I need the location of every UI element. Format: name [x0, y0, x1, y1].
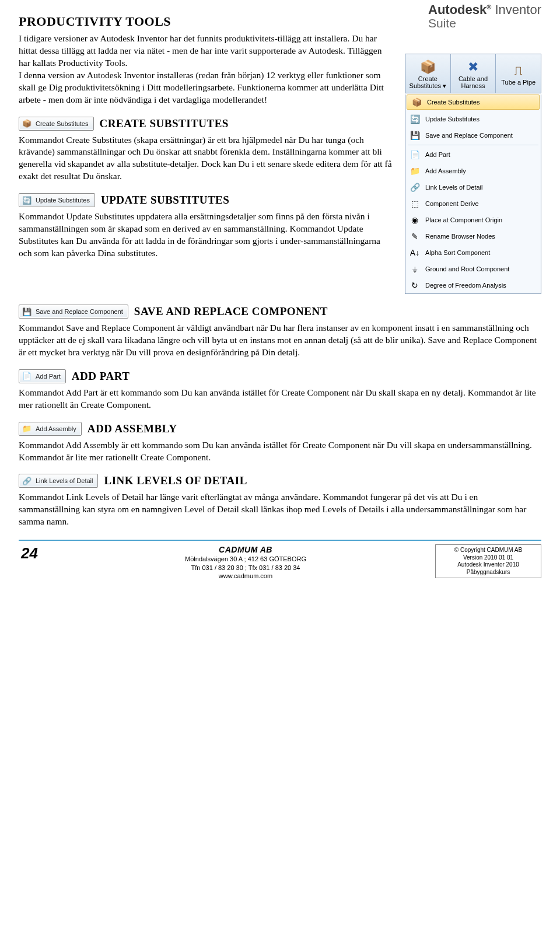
- box-icon: 📦: [22, 119, 32, 128]
- ribbon-create-substitutes[interactable]: 📦 Create Substitutes ▾: [405, 54, 451, 93]
- link-icon: 🔗: [22, 476, 32, 485]
- intro-paragraph: I tidigare versioner av Autodesk Invento…: [19, 33, 393, 106]
- add-part-heading: ADD PART: [72, 370, 130, 383]
- create-substitutes-heading: CREATE SUBSTITUTES: [100, 117, 229, 130]
- menu-add-assembly[interactable]: 📁Add Assembly: [405, 163, 541, 179]
- add-assembly-body: Kommandot Add Assembly är ett kommando s…: [19, 439, 541, 464]
- assembly-icon: 📁: [409, 166, 421, 176]
- add-assembly-heading: ADD ASSEMBLY: [88, 422, 177, 435]
- menu-create-substitutes[interactable]: 📦Create Substitutes: [407, 95, 540, 110]
- menu-update-substitutes[interactable]: 🔄Update Substitutes: [405, 111, 541, 127]
- ground-icon: ⏚: [409, 264, 421, 274]
- menu-rename-nodes[interactable]: ✎Rename Browser Nodes: [405, 228, 541, 244]
- ribbon-cable-harness[interactable]: ✖ Cable and Harness: [451, 54, 496, 93]
- menu-ground-root[interactable]: ⏚Ground and Root Component: [405, 261, 541, 277]
- box-icon: 📦: [420, 60, 436, 74]
- page-footer: 24 CADMUM AB Mölndalsvägen 30 A ; 412 63…: [19, 540, 541, 580]
- link-lod-body: Kommandot Link Levels of Detail har läng…: [19, 491, 541, 528]
- pipe-icon: ⎍: [514, 64, 522, 78]
- cable-icon: ✖: [468, 60, 478, 74]
- menu-place-origin[interactable]: ◉Place at Component Origin: [405, 212, 541, 228]
- update-substitutes-heading: UPDATE SUBSTITUTES: [101, 194, 229, 207]
- dropdown-panel: 📦Create Substitutes 🔄Update Substitutes …: [405, 95, 541, 294]
- update-substitutes-button[interactable]: 🔄 Update Substitutes: [19, 193, 95, 207]
- refresh-icon: 🔄: [22, 195, 32, 205]
- brand-inventor: Inventor: [495, 2, 542, 17]
- part-icon: 📄: [409, 150, 421, 159]
- ribbon-toolbar: 📦 Create Substitutes ▾ ✖ Cable and Harne…: [405, 54, 541, 93]
- rename-icon: ✎: [409, 232, 421, 241]
- menu-save-replace[interactable]: 💾Save and Replace Component: [405, 127, 541, 144]
- save-replace-button[interactable]: 💾 Save and Replace Component: [19, 305, 128, 319]
- brand-suite: Suite: [428, 16, 541, 30]
- save-replace-body: Kommandot Save and Replace Component är …: [19, 322, 541, 359]
- chevron-down-icon: ▾: [443, 82, 446, 89]
- menu-dof-analysis[interactable]: ↻Degree of Freedom Analysis: [405, 277, 541, 293]
- create-substitutes-button[interactable]: 📦 Create Substitutes: [19, 117, 94, 131]
- save-replace-heading: SAVE AND REPLACE COMPONENT: [134, 305, 328, 318]
- brand-logo: Autodesk® Inventor Suite: [428, 2, 541, 30]
- footer-addr2: Tfn 031 / 83 20 30 ; Tfx 031 / 83 20 34: [56, 564, 435, 572]
- part-icon: 📄: [22, 372, 32, 381]
- footer-company: CADMUM AB: [56, 544, 435, 555]
- refresh-icon: 🔄: [409, 114, 421, 124]
- menu-add-part[interactable]: 📄Add Part: [405, 146, 541, 163]
- menu-alpha-sort[interactable]: A↓Alpha Sort Component: [405, 244, 541, 261]
- save-icon: 💾: [22, 307, 32, 316]
- footer-copyright-box: © Copyright CADMUM AB Version 2010 01 01…: [435, 544, 541, 578]
- box-icon: 📦: [411, 97, 422, 107]
- update-substitutes-body: Kommandot Update Substitutes uppdatera a…: [19, 211, 393, 260]
- add-part-button[interactable]: 📄 Add Part: [19, 369, 66, 383]
- add-assembly-button[interactable]: 📁 Add Assembly: [19, 422, 82, 436]
- page-number: 24: [19, 544, 56, 562]
- create-substitutes-body: Kommandot Create Substitutes (skapa ersä…: [19, 134, 393, 183]
- link-lod-heading: LINK LEVELS OF DETAIL: [104, 474, 247, 487]
- menu-component-derive[interactable]: ⬚Component Derive: [405, 195, 541, 212]
- menu-separator: [408, 145, 538, 145]
- sort-icon: A↓: [409, 248, 421, 257]
- ribbon-tube-pipe[interactable]: ⎍ Tube a Pipe: [496, 54, 541, 93]
- brand-autodesk: Autodesk: [428, 2, 487, 17]
- save-icon: 💾: [409, 131, 421, 140]
- footer-url: www.cadmum.com: [56, 572, 435, 580]
- menu-link-lod[interactable]: 🔗Link Levels of Detail: [405, 179, 541, 195]
- link-lod-button[interactable]: 🔗 Link Levels of Detail: [19, 474, 98, 488]
- origin-icon: ◉: [409, 215, 421, 225]
- derive-icon: ⬚: [409, 199, 421, 208]
- link-icon: 🔗: [409, 183, 421, 192]
- add-part-body: Kommandot Add Part är ett kommando som D…: [19, 387, 541, 411]
- dof-icon: ↻: [409, 281, 421, 290]
- footer-addr1: Mölndalsvägen 30 A ; 412 63 GÖTEBORG: [56, 555, 435, 563]
- assembly-icon: 📁: [22, 424, 32, 433]
